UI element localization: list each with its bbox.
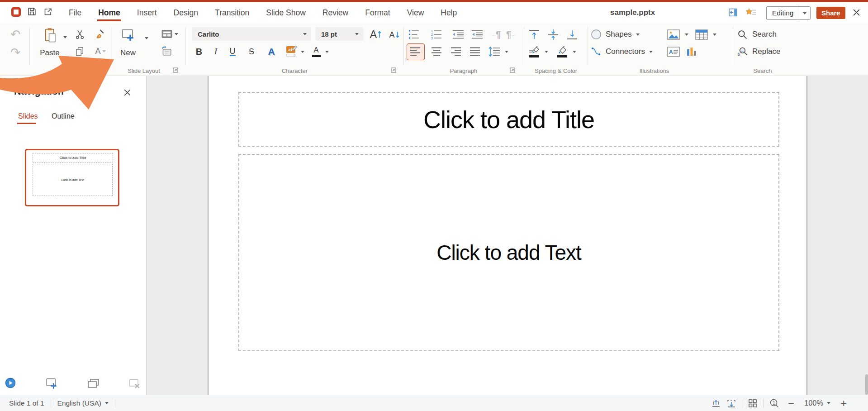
font-color-button[interactable]: A bbox=[309, 43, 323, 60]
tab-outline[interactable]: Outline bbox=[52, 112, 75, 120]
insert-table-button[interactable] bbox=[694, 27, 709, 42]
menu-view[interactable]: View bbox=[407, 8, 424, 18]
shapes-button[interactable]: Shapes bbox=[591, 27, 640, 42]
slide-body-placeholder[interactable]: Click to add Text bbox=[238, 154, 779, 351]
editing-mode-button[interactable]: Editing bbox=[766, 6, 811, 20]
numbered-list-button[interactable]: 123 bbox=[429, 27, 444, 42]
replace-button[interactable]: ab Replace bbox=[737, 44, 780, 59]
duplicate-slide-icon[interactable] bbox=[87, 378, 100, 389]
new-slide-dropdown[interactable] bbox=[143, 34, 150, 42]
align-right-button[interactable] bbox=[448, 44, 464, 59]
paste-label[interactable]: Paste bbox=[36, 47, 63, 59]
paste-dropdown[interactable] bbox=[62, 33, 69, 41]
line-spacing-dropdown[interactable] bbox=[503, 48, 510, 55]
clear-formatting-button[interactable]: A bbox=[93, 44, 108, 58]
zoom-out-button[interactable]: − bbox=[785, 398, 797, 409]
underline-button[interactable]: U bbox=[225, 44, 240, 59]
paragraph-background-dropdown[interactable] bbox=[543, 48, 550, 55]
vertical-scrollbar[interactable] bbox=[865, 374, 868, 395]
slide-thumbnail-1[interactable]: Click to add Title Click to add Text bbox=[25, 149, 119, 206]
insert-textbox-button[interactable]: A bbox=[666, 44, 681, 59]
align-center-button[interactable] bbox=[429, 44, 444, 59]
change-slide-layout-button[interactable] bbox=[159, 44, 174, 58]
insert-chart-button[interactable] bbox=[684, 44, 699, 59]
start-presentation-icon[interactable] bbox=[5, 378, 16, 388]
new-slide-button[interactable] bbox=[119, 26, 138, 44]
tab-slides[interactable]: Slides bbox=[18, 112, 38, 120]
redo-button[interactable]: ↷ bbox=[7, 45, 24, 60]
menu-review[interactable]: Review bbox=[323, 8, 348, 18]
menu-design[interactable]: Design bbox=[174, 8, 198, 18]
insert-table-dropdown[interactable] bbox=[711, 31, 718, 38]
favorites-star-icon[interactable] bbox=[745, 8, 757, 17]
slide-layout-dialog-launcher[interactable] bbox=[173, 67, 178, 73]
line-spacing-button[interactable] bbox=[486, 44, 503, 59]
italic-button[interactable]: I bbox=[209, 44, 223, 59]
insert-image-dropdown[interactable] bbox=[683, 31, 690, 38]
zoom-in-button[interactable]: + bbox=[838, 398, 849, 409]
font-size-combobox[interactable]: 18 pt bbox=[315, 27, 363, 41]
menu-file[interactable]: File bbox=[69, 8, 81, 18]
align-left-button[interactable] bbox=[410, 47, 421, 57]
paste-button[interactable] bbox=[40, 26, 61, 44]
new-slide-label[interactable]: New bbox=[117, 47, 139, 59]
slide-layout-button[interactable] bbox=[159, 27, 180, 41]
font-name-combobox[interactable]: Carlito bbox=[192, 27, 311, 41]
new-slide-icon[interactable] bbox=[45, 378, 59, 390]
center-vertically-button[interactable] bbox=[545, 27, 561, 42]
menu-format[interactable]: Format bbox=[365, 8, 390, 18]
align-top-button[interactable] bbox=[526, 27, 542, 42]
paragraph-ltr-button[interactable]: →¶ bbox=[489, 27, 503, 42]
menu-transition[interactable]: Transition bbox=[215, 8, 249, 18]
connectors-button[interactable]: Connectors bbox=[591, 44, 653, 59]
navigation-close-icon[interactable] bbox=[123, 88, 132, 97]
increase-indent-button[interactable] bbox=[451, 27, 466, 42]
save-icon[interactable] bbox=[27, 7, 37, 16]
search-button[interactable]: Search bbox=[737, 27, 777, 42]
align-left-selected-box[interactable] bbox=[407, 43, 425, 60]
copy-button[interactable] bbox=[73, 44, 86, 58]
highlight-color-button[interactable]: ab bbox=[283, 43, 299, 60]
slide-canvas[interactable]: Click to add Title Click to add Text bbox=[208, 76, 807, 395]
clone-formatting-icon[interactable] bbox=[93, 27, 106, 41]
menu-slide-show[interactable]: Slide Show bbox=[266, 8, 306, 18]
character-dialog-launcher[interactable] bbox=[391, 67, 396, 73]
close-icon[interactable] bbox=[852, 8, 861, 17]
undo-button[interactable]: ↶ bbox=[7, 27, 24, 42]
app-logo-icon[interactable] bbox=[11, 7, 21, 17]
share-button[interactable]: Share bbox=[816, 7, 845, 19]
font-color-dropdown[interactable] bbox=[324, 48, 330, 55]
fit-slide-width-icon[interactable] bbox=[711, 398, 721, 408]
zoom-level-selector[interactable]: 100% bbox=[802, 399, 832, 407]
grow-font-button[interactable]: A bbox=[367, 27, 384, 42]
align-bottom-button[interactable] bbox=[564, 27, 580, 42]
highlight-color-dropdown[interactable] bbox=[299, 48, 306, 55]
decrease-indent-button[interactable] bbox=[470, 27, 485, 42]
bullet-list-button[interactable] bbox=[406, 27, 422, 42]
paragraph-dialog-launcher[interactable] bbox=[510, 67, 515, 73]
justify-button[interactable] bbox=[467, 44, 483, 59]
delete-slide-icon[interactable] bbox=[128, 378, 141, 389]
bold-button[interactable]: B bbox=[192, 44, 206, 59]
sidebar-toggle-icon[interactable] bbox=[728, 8, 738, 17]
cut-button[interactable] bbox=[73, 27, 86, 41]
fit-slide-icon[interactable] bbox=[726, 398, 736, 408]
slide-title-placeholder[interactable]: Click to add Title bbox=[238, 92, 779, 147]
fill-color-button[interactable] bbox=[554, 43, 570, 60]
paragraph-background-color-button[interactable] bbox=[526, 43, 542, 60]
fill-color-dropdown[interactable] bbox=[571, 48, 578, 55]
svg-text:1: 1 bbox=[773, 400, 775, 405]
menu-help[interactable]: Help bbox=[441, 8, 457, 18]
language-selector[interactable]: English (USA) bbox=[57, 399, 109, 407]
shadow-button[interactable]: A bbox=[263, 44, 280, 59]
grid-view-icon[interactable] bbox=[748, 398, 758, 408]
zoom-reset-icon[interactable]: 1 bbox=[769, 398, 780, 409]
menu-home[interactable]: Home bbox=[98, 8, 120, 18]
menu-insert[interactable]: Insert bbox=[137, 8, 157, 18]
insert-image-button[interactable] bbox=[666, 27, 681, 42]
shrink-font-button[interactable]: A bbox=[386, 28, 403, 42]
open-in-new-window-icon[interactable] bbox=[43, 7, 52, 16]
paragraph-rtl-button[interactable]: ¶← bbox=[504, 27, 518, 42]
strikethrough-button[interactable]: S bbox=[244, 44, 259, 59]
editing-mode-dropdown[interactable] bbox=[799, 7, 810, 19]
